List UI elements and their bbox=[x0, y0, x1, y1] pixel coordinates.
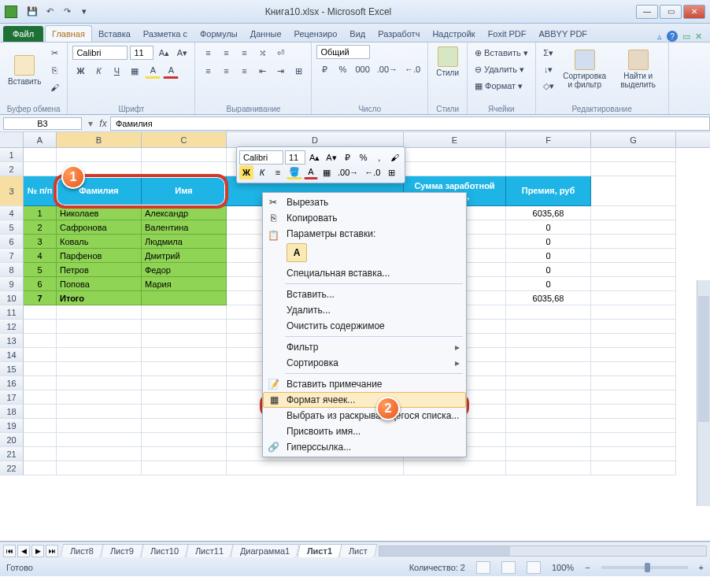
find-select-button[interactable]: Найти и выделить bbox=[613, 48, 664, 91]
delete-cells-button[interactable]: ⊖ Удалить ▾ bbox=[472, 61, 531, 77]
cell[interactable] bbox=[142, 320, 227, 334]
col-header[interactable]: D bbox=[227, 132, 404, 147]
cell[interactable] bbox=[591, 277, 676, 291]
cell[interactable] bbox=[142, 148, 227, 162]
cell[interactable]: Людмила bbox=[142, 235, 227, 249]
mini-decrease-decimal-icon[interactable]: .00→ bbox=[335, 165, 361, 179]
maximize-button[interactable]: ▭ bbox=[660, 5, 682, 19]
number-format-select[interactable] bbox=[316, 45, 370, 59]
cell[interactable] bbox=[506, 162, 591, 176]
cell[interactable] bbox=[142, 334, 227, 348]
cell[interactable] bbox=[57, 419, 142, 433]
cell[interactable]: 1 bbox=[24, 206, 57, 220]
ctx-paste-option[interactable]: A bbox=[287, 243, 307, 262]
header-cell[interactable]: Имя bbox=[142, 176, 227, 206]
align-bottom-icon[interactable]: ≡ bbox=[236, 45, 252, 61]
scroll-thumb[interactable] bbox=[698, 296, 709, 422]
cell[interactable] bbox=[24, 461, 57, 475]
cell[interactable] bbox=[142, 376, 227, 390]
decrease-indent-icon[interactable]: ⇤ bbox=[254, 63, 270, 79]
cell[interactable] bbox=[591, 376, 676, 390]
cell[interactable] bbox=[142, 162, 227, 176]
row-header[interactable]: 15 bbox=[0, 362, 24, 376]
cell[interactable] bbox=[24, 148, 57, 162]
tab-insert[interactable]: Вставка bbox=[92, 26, 137, 42]
cell[interactable] bbox=[24, 419, 57, 433]
zoom-level[interactable]: 100% bbox=[552, 563, 574, 572]
view-page-break-icon[interactable] bbox=[527, 561, 541, 574]
tab-nav-prev-icon[interactable]: ◀ bbox=[17, 545, 30, 557]
cell[interactable] bbox=[506, 148, 591, 162]
cell[interactable]: Попова bbox=[57, 277, 142, 291]
orientation-icon[interactable]: ⤭ bbox=[254, 45, 270, 61]
cell[interactable] bbox=[591, 390, 676, 405]
mini-currency-icon[interactable]: ₽ bbox=[341, 150, 355, 165]
vertical-scrollbar[interactable] bbox=[697, 280, 710, 506]
cell[interactable] bbox=[591, 447, 676, 461]
cell[interactable] bbox=[506, 362, 591, 376]
tab-view[interactable]: Вид bbox=[343, 26, 372, 42]
cell[interactable] bbox=[506, 419, 591, 433]
cell[interactable] bbox=[24, 447, 57, 461]
sheet-tab[interactable]: Лист8 bbox=[60, 544, 104, 557]
cell[interactable] bbox=[591, 334, 676, 348]
mini-format-painter-icon[interactable]: 🖌 bbox=[388, 150, 402, 165]
cell[interactable]: 6035,68 bbox=[506, 291, 591, 305]
font-size-select[interactable] bbox=[130, 46, 153, 60]
row-header[interactable]: 21 bbox=[0, 447, 24, 461]
zoom-in-icon[interactable]: + bbox=[699, 563, 704, 572]
cell[interactable]: Валентина bbox=[142, 220, 227, 235]
cell[interactable] bbox=[142, 291, 227, 305]
cell[interactable]: Дмитрий bbox=[142, 249, 227, 263]
cell[interactable] bbox=[227, 461, 404, 475]
cell[interactable] bbox=[57, 433, 142, 447]
cell[interactable]: Николаев bbox=[57, 206, 142, 220]
cell[interactable] bbox=[57, 376, 142, 390]
worksheet-grid[interactable]: A B C D E F G 1 2 3 № п/п Фамилия Имя Су… bbox=[0, 132, 710, 542]
percent-icon[interactable]: % bbox=[335, 61, 350, 77]
ctx-dropdown-list[interactable]: Выбрать из раскрывающегося списка... bbox=[263, 408, 466, 423]
col-header[interactable]: B bbox=[57, 132, 142, 147]
row-header[interactable]: 9 bbox=[0, 277, 24, 291]
row-header[interactable]: 3 bbox=[0, 176, 24, 206]
cell[interactable]: Мария bbox=[142, 277, 227, 291]
cell[interactable]: 7 bbox=[24, 291, 57, 305]
clear-icon[interactable]: ◇▾ bbox=[541, 78, 557, 94]
cell[interactable]: 6035,68 bbox=[506, 206, 591, 220]
mini-italic-button[interactable]: К bbox=[255, 165, 269, 179]
qat-customize-icon[interactable]: ▾ bbox=[77, 4, 91, 18]
cell[interactable] bbox=[57, 405, 142, 419]
cell[interactable] bbox=[591, 461, 676, 475]
ribbon-close-icon[interactable]: ✕ bbox=[695, 31, 702, 42]
format-painter-icon[interactable]: 🖌 bbox=[46, 80, 62, 95]
cell[interactable] bbox=[404, 461, 506, 475]
mini-font-size[interactable] bbox=[285, 150, 305, 165]
cell[interactable] bbox=[24, 320, 57, 334]
close-button[interactable]: ✕ bbox=[683, 5, 705, 19]
tab-abbyy[interactable]: ABBYY PDF bbox=[533, 26, 594, 42]
col-header[interactable]: G bbox=[591, 132, 676, 147]
cell[interactable] bbox=[404, 162, 506, 176]
cell[interactable] bbox=[506, 461, 591, 475]
cell[interactable] bbox=[57, 320, 142, 334]
cell[interactable] bbox=[57, 461, 142, 475]
cell[interactable] bbox=[591, 362, 676, 376]
mini-border-icon[interactable]: ▦ bbox=[320, 165, 334, 179]
cell[interactable]: 5 bbox=[24, 263, 57, 277]
cell[interactable] bbox=[57, 334, 142, 348]
cell[interactable] bbox=[24, 162, 57, 176]
horizontal-scrollbar[interactable] bbox=[379, 545, 707, 557]
cell[interactable]: Коваль bbox=[57, 235, 142, 249]
help-icon[interactable]: ? bbox=[667, 31, 678, 42]
ctx-delete[interactable]: Удалить... bbox=[263, 302, 466, 318]
cell[interactable] bbox=[24, 433, 57, 447]
row-header[interactable]: 1 bbox=[0, 148, 24, 162]
cell[interactable] bbox=[24, 334, 57, 348]
ctx-format-cells[interactable]: ▦Формат ячеек... bbox=[263, 392, 466, 408]
cell[interactable] bbox=[591, 405, 676, 419]
col-header[interactable]: F bbox=[506, 132, 591, 147]
ctx-define-name[interactable]: Присвоить имя... bbox=[263, 423, 466, 439]
cell[interactable] bbox=[142, 305, 227, 320]
fill-color-button[interactable]: A bbox=[145, 63, 161, 79]
cell[interactable] bbox=[404, 148, 506, 162]
